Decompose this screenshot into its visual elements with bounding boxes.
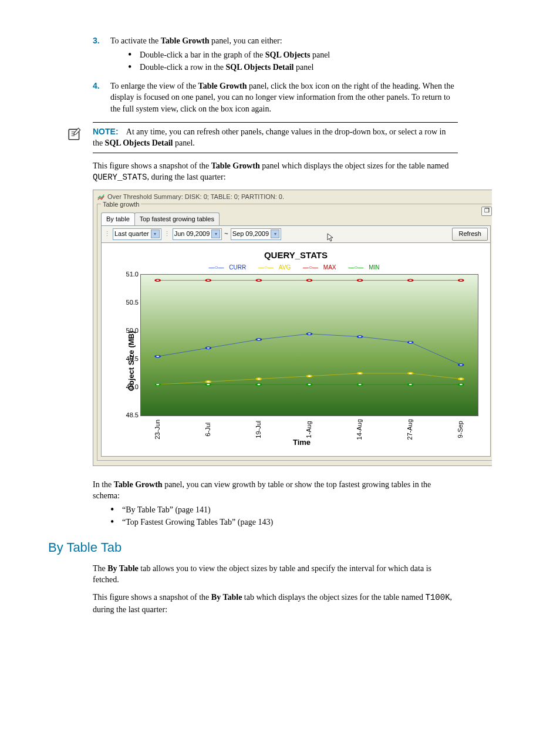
step-number: 4. xyxy=(93,80,110,115)
x-tick: 9-Sep xyxy=(457,421,465,438)
text: In the xyxy=(93,480,114,489)
link-list: • “By Table Tab” (page 141) • “Top Faste… xyxy=(110,504,458,528)
x-tick: 19-Jul xyxy=(254,421,263,438)
step-body: To enlarge the view of the Table Growth … xyxy=(110,80,458,115)
svg-point-4 xyxy=(307,333,312,335)
text-bold: SQL Objects Detail xyxy=(226,63,294,72)
y-tick: 51.0 xyxy=(121,270,139,279)
text: panel, you can either: xyxy=(210,36,282,45)
text: To enlarge the view of the xyxy=(110,82,198,90)
svg-point-28 xyxy=(458,383,463,385)
text-bold: By Table xyxy=(211,593,242,602)
text: This figure shows a snapshot of the xyxy=(93,161,211,170)
date-from-select[interactable]: Jun 09,2009▾ xyxy=(173,228,222,239)
svg-point-5 xyxy=(357,335,362,337)
svg-point-25 xyxy=(307,383,312,385)
y-tick: 50.0 xyxy=(121,326,139,335)
svg-point-7 xyxy=(458,363,463,365)
y-tick: 48.5 xyxy=(121,411,139,420)
refresh-button[interactable]: Refresh xyxy=(452,228,488,240)
toolbar: ⋮ Last quarter▾ ⋮ Jun 09,2009▾ ~ Sep 09,… xyxy=(101,225,491,242)
bullet-icon: • xyxy=(128,62,140,73)
chevron-down-icon: ▾ xyxy=(211,229,220,238)
list-item: • “Top Fastest Growing Tables Tab” (page… xyxy=(110,517,458,528)
chart-lines xyxy=(141,275,478,416)
section-heading: By Table Tab xyxy=(48,539,458,557)
text: To activate the xyxy=(110,36,161,45)
note-icon xyxy=(67,126,82,141)
svg-point-16 xyxy=(206,279,211,281)
legend-max: —○— MAX xyxy=(303,264,340,271)
y-tick: 49.5 xyxy=(121,355,139,363)
range-select[interactable]: Last quarter▾ xyxy=(113,228,161,239)
note-block: NOTE: At any time, you can refresh other… xyxy=(93,122,458,153)
svg-point-15 xyxy=(156,279,160,281)
date-to-select[interactable]: Sep 09,2009▾ xyxy=(231,228,281,239)
fieldset-legend: Table growth xyxy=(101,201,141,208)
cursor-icon xyxy=(326,232,336,245)
tab-bar: By table Top fastest growing tables xyxy=(101,212,491,225)
step-3: 3. To activate the Table Growth panel, y… xyxy=(93,35,458,78)
legend-curr: —○— CURR xyxy=(209,264,250,271)
select-value: Jun 09,2009 xyxy=(174,229,210,238)
svg-point-12 xyxy=(357,372,362,374)
svg-point-13 xyxy=(408,372,413,374)
chevron-down-icon: ▾ xyxy=(271,229,279,238)
text: panel xyxy=(310,50,330,59)
step-body: To activate the Table Growth panel, you … xyxy=(110,35,458,78)
text: The xyxy=(93,564,107,573)
paragraph: This figure shows a snapshot of the By T… xyxy=(93,592,458,615)
step-number: 3. xyxy=(93,35,110,78)
svg-point-18 xyxy=(307,279,312,281)
svg-point-11 xyxy=(307,375,312,377)
text-bold: By Table xyxy=(107,564,139,573)
chart-title: QUERY_STATS xyxy=(107,249,484,261)
text-mono: T100K xyxy=(426,593,450,602)
svg-point-27 xyxy=(408,383,413,385)
text-bold: Table Growth xyxy=(161,36,210,45)
text: Double-click a row in the xyxy=(140,63,226,72)
text: panel. xyxy=(173,139,195,147)
bullet-list: • Double-click a bar in the graph of the… xyxy=(128,49,458,73)
app-icon xyxy=(97,193,105,201)
chart-legend: —○— CURR —○— AVG —○— MAX —○— MIN xyxy=(107,264,484,272)
svg-point-26 xyxy=(357,383,362,385)
link-text[interactable]: “By Table Tab” (page 141) xyxy=(122,504,211,516)
x-tick: 23-Jun xyxy=(153,420,162,440)
text: tab allows you to view the object sizes … xyxy=(93,564,431,585)
bullet-item: • Double-click a row in the SQL Objects … xyxy=(128,62,458,73)
svg-point-21 xyxy=(458,279,463,281)
maximize-icon[interactable]: ❐ xyxy=(481,207,492,216)
table-growth-panel: Over Threshold Summary: DISK: 0; TABLE: … xyxy=(93,190,492,466)
y-tick: 50.5 xyxy=(121,298,139,307)
tab-top-fastest[interactable]: Top fastest growing tables xyxy=(134,212,220,225)
bullet-icon: • xyxy=(128,49,140,61)
legend-avg: —○— AVG xyxy=(258,264,294,271)
table-growth-fieldset: Table growth ❐ By table Top fastest grow… xyxy=(97,204,492,460)
select-value: Sep 09,2009 xyxy=(232,229,269,238)
svg-point-23 xyxy=(206,383,211,385)
svg-point-17 xyxy=(257,279,261,281)
x-axis-label: Time xyxy=(119,437,484,448)
select-value: Last quarter xyxy=(114,229,149,238)
svg-point-9 xyxy=(206,380,211,382)
separator: ~ xyxy=(224,229,228,238)
paragraph: In the Table Growth panel, you can view … xyxy=(93,479,458,502)
x-tick: 14-Aug xyxy=(355,419,364,440)
text: panel which displays the object sizes fo… xyxy=(260,161,449,170)
legend-min: —○— MIN xyxy=(348,264,383,271)
chart-plot: 51.050.550.049.549.048.5 23-Jun6-Jul19-J… xyxy=(140,274,478,416)
paragraph: This figure shows a snapshot of the Tabl… xyxy=(93,160,458,184)
tab-by-table[interactable]: By table xyxy=(101,212,135,225)
y-tick: 49.0 xyxy=(121,383,139,391)
chart-area: QUERY_STATS —○— CURR —○— AVG —○— MAX —○—… xyxy=(101,243,491,457)
text-bold: Table Growth xyxy=(198,82,247,90)
text: tab which displays the object sizes for … xyxy=(242,593,425,602)
svg-point-1 xyxy=(156,355,160,357)
x-tick: 27-Aug xyxy=(406,419,414,440)
svg-point-3 xyxy=(257,338,261,340)
svg-point-2 xyxy=(206,347,211,349)
bullet-icon: • xyxy=(110,504,122,516)
link-text[interactable]: “Top Fastest Growing Tables Tab” (page 1… xyxy=(122,517,273,528)
bullet-item: • Double-click a bar in the graph of the… xyxy=(128,49,458,61)
